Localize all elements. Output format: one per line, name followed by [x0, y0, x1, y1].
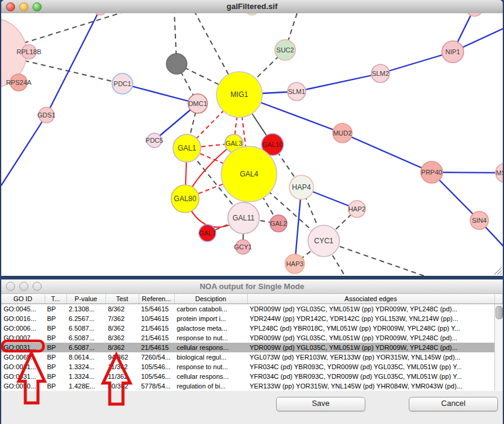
- cell-test[interactable]: 8/362: [106, 304, 139, 314]
- graph-window-titlebar[interactable]: galFiltered.sif: [1, 0, 503, 14]
- cell-description[interactable]: protein import i...: [174, 314, 247, 323]
- table-row[interactable]: GO:0045...BP2.1308...8/36215/54615carbon…: [1, 304, 502, 314]
- cell-go_id[interactable]: GO:0045...: [1, 304, 45, 314]
- column-header-reference[interactable]: Referen...: [139, 294, 174, 304]
- graph-node-SLM1[interactable]: SLM1: [288, 83, 306, 101]
- column-header-type[interactable]: T...: [45, 294, 66, 304]
- table-row[interactable]: GO:0031...BP6.5087...8/36221/54615cellul…: [1, 343, 502, 352]
- column-header-go_id[interactable]: GO ID: [1, 294, 45, 304]
- cell-go_id[interactable]: GO:0031...: [1, 343, 45, 352]
- cell-go_id[interactable]: GO:0031...: [1, 362, 45, 372]
- table-row[interactable]: GO:0006...BP6.5087...8/36221/54615galact…: [1, 323, 502, 333]
- cell-edges[interactable]: YPL248C (pd) YBR018C, YML051W (pp) YDR00…: [247, 323, 494, 333]
- cell-type[interactable]: BP: [45, 381, 66, 391]
- graph-node-top-right[interactable]: [466, 13, 483, 16]
- cell-type[interactable]: BP: [45, 304, 66, 314]
- cell-description[interactable]: carbon cataboli...: [174, 304, 247, 314]
- cell-edges[interactable]: YDR244W (pp) YDR142C, YDR142C (pp) YGL15…: [247, 314, 494, 323]
- table-row[interactable]: GO:0016...BP6.2567...7/36210/54615protei…: [1, 314, 502, 323]
- cell-type[interactable]: BP: [45, 323, 66, 333]
- cell-reference[interactable]: 7260/54...: [139, 352, 174, 362]
- graph-node-SIN4[interactable]: SIN4: [470, 211, 488, 229]
- cell-edges[interactable]: YFR034C (pd) YBR093C, YDR009W (pd) YGL03…: [247, 362, 494, 372]
- cell-description[interactable]: response to nut...: [174, 362, 247, 372]
- graph-node-GAL80[interactable]: GAL80: [171, 185, 199, 213]
- cell-description[interactable]: cellular respons...: [174, 372, 247, 381]
- cell-p_value[interactable]: 2.1308...: [66, 304, 106, 314]
- cell-test[interactable]: 94/362: [106, 352, 139, 362]
- cell-reference[interactable]: 15/54615: [139, 304, 174, 314]
- table-row[interactable]: GO:0007...BP6.5087...8/36221/54615respon…: [1, 333, 502, 343]
- cell-reference[interactable]: 10/54615: [139, 314, 174, 323]
- cell-go_id[interactable]: GO:0007...: [1, 333, 45, 343]
- cell-type[interactable]: BP: [45, 362, 66, 372]
- cell-type[interactable]: BP: [45, 314, 66, 323]
- cell-reference[interactable]: 21/54615: [139, 323, 174, 333]
- graph-node-HAP4[interactable]: HAP4: [289, 175, 313, 199]
- graph-node-SUC2[interactable]: SUC2: [275, 40, 295, 60]
- graph-node-GAL2[interactable]: GAL2: [270, 215, 287, 232]
- cell-description[interactable]: response to nut...: [174, 333, 247, 343]
- cell-description[interactable]: galactose meta...: [174, 323, 247, 333]
- graph-node-top-cut-1[interactable]: [94, 13, 106, 15]
- table-row[interactable]: GO:0050...BP1.428E...80/3625778/54...reg…: [1, 381, 502, 391]
- graph-node-top-cut-g[interactable]: [245, 13, 259, 15]
- cell-edges[interactable]: YDR009W (pd) YGL035C, YML051W (pp) YDR00…: [247, 304, 494, 314]
- cell-edges[interactable]: YER133W (pp) YOR315W, YNL145W (pd) YHR08…: [247, 381, 494, 391]
- cell-p_value[interactable]: 8.0614...: [66, 352, 106, 362]
- cell-reference[interactable]: 21/54615: [139, 343, 174, 352]
- graph-node-NIP1[interactable]: NIP1: [442, 41, 464, 63]
- table-row[interactable]: GO:0065...BP8.0614...94/3627260/54...bio…: [1, 352, 502, 362]
- graph-node-GAL11[interactable]: GAL11: [228, 202, 259, 234]
- column-header-description[interactable]: Desciption: [174, 294, 247, 304]
- column-header-edges[interactable]: Associated edges: [247, 294, 494, 304]
- table-row[interactable]: GO:0031...BP1.3324...11/362105/546...res…: [1, 362, 502, 372]
- cell-description[interactable]: biological regul...: [174, 352, 247, 362]
- cell-p_value[interactable]: 6.5087...: [66, 343, 106, 352]
- resize-grip[interactable]: [494, 267, 502, 275]
- graph-node-PDC1[interactable]: PDC1: [112, 73, 133, 94]
- column-header-p_value[interactable]: P-value: [66, 294, 106, 304]
- cell-go_id[interactable]: GO:0016...: [1, 314, 45, 323]
- cell-reference[interactable]: 5778/54...: [139, 381, 174, 391]
- cell-test[interactable]: 80/362: [106, 381, 139, 391]
- cell-type[interactable]: BP: [45, 343, 66, 352]
- cell-description[interactable]: regulation of bi...: [174, 381, 247, 391]
- graph-node-MIG1[interactable]: MIG1: [216, 72, 262, 117]
- cell-go_id[interactable]: GO:0065...: [1, 352, 45, 362]
- cell-p_value[interactable]: 1.428E...: [66, 381, 106, 391]
- cell-type[interactable]: BP: [45, 333, 66, 343]
- cell-test[interactable]: 11/362: [106, 362, 139, 372]
- cell-reference[interactable]: 21/54615: [139, 333, 174, 343]
- graph-node-GAL1[interactable]: GAL1: [173, 134, 201, 162]
- cell-test[interactable]: 11/362: [106, 372, 139, 381]
- save-button[interactable]: Save: [276, 397, 365, 411]
- cell-reference[interactable]: 105/546...: [139, 372, 174, 381]
- cancel-button[interactable]: Cancel: [409, 397, 498, 411]
- network-canvas[interactable]: RPL18BRPS24AGDS1PDC1DMC1MIG1SUC2NIP1SLM2…: [1, 13, 503, 276]
- cell-p_value[interactable]: 1.3324...: [66, 362, 106, 372]
- cell-type[interactable]: BP: [45, 352, 66, 362]
- cell-test[interactable]: 8/362: [106, 323, 139, 333]
- cell-go_id[interactable]: GO:0006...: [1, 323, 45, 333]
- scrollbar-thumb[interactable]: [496, 306, 503, 319]
- graph-node-GCY1[interactable]: GCY1: [234, 240, 252, 254]
- cell-reference[interactable]: 105/546...: [139, 362, 174, 372]
- graph-node-HAP3[interactable]: HAP3: [285, 254, 304, 273]
- cell-type[interactable]: BP: [45, 372, 66, 381]
- graph-node-MUD2[interactable]: MUD2: [333, 123, 352, 143]
- graph-node-CYC1[interactable]: CYC1: [308, 225, 339, 257]
- cell-edges[interactable]: YFR034C (pd) YBR093C, YDR009W (pd) YGL03…: [247, 372, 494, 381]
- cell-test[interactable]: 8/362: [106, 343, 139, 352]
- graph-node-GAL7[interactable]: GAL7: [199, 225, 216, 242]
- graph-node-GDS1[interactable]: GDS1: [37, 107, 55, 123]
- graph-node-GAL4[interactable]: GAL4: [221, 146, 277, 202]
- graph-node-gray-node[interactable]: [166, 54, 187, 74]
- cell-test[interactable]: 7/362: [106, 314, 139, 323]
- cell-go_id[interactable]: GO:0050...: [1, 381, 45, 391]
- cell-go_id[interactable]: GO:0031...: [1, 372, 45, 381]
- table-row[interactable]: GO:0031...BP1.3324...11/362105/546...cel…: [1, 372, 502, 381]
- cell-p_value[interactable]: 1.3324...: [66, 372, 106, 381]
- graph-node-PRP40[interactable]: PRP40: [421, 161, 443, 183]
- cell-edges[interactable]: YGL073W (pd) YER103W, YER133W (pp) YOR31…: [247, 352, 494, 362]
